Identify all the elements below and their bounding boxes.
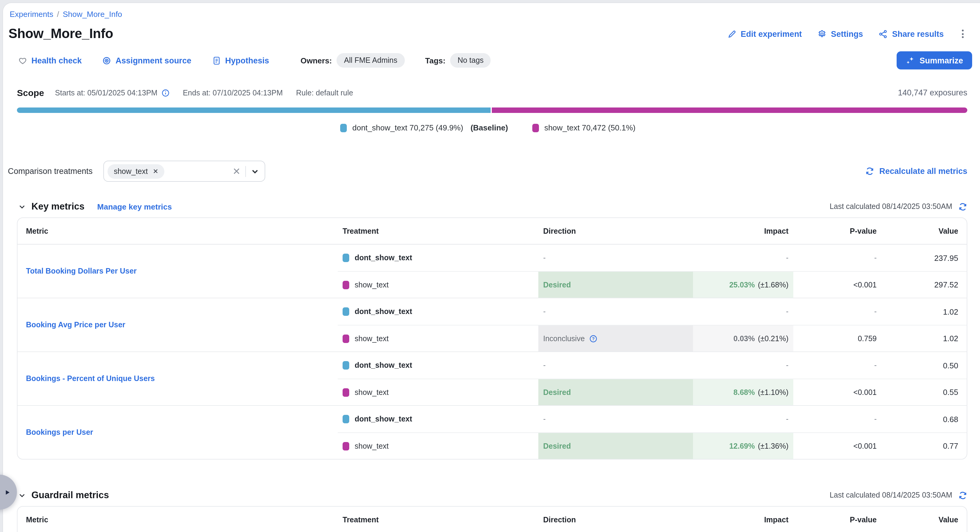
- pvalue-cell: <0.001: [793, 271, 881, 298]
- refresh-icon: [865, 167, 875, 176]
- metric-link[interactable]: Total Booking Dollars Per User: [26, 267, 137, 275]
- document-icon: [212, 56, 221, 65]
- sparkles-icon: [906, 56, 915, 65]
- settings-button[interactable]: Settings: [818, 29, 863, 38]
- experiment-page: Experiments / Show_More_Info Show_More_I…: [3, 3, 980, 532]
- direction-cell: Desired: [538, 271, 693, 298]
- collapse-chevron-icon[interactable]: [18, 203, 26, 210]
- pencil-icon: [727, 29, 737, 38]
- col-treatment: Treatment: [338, 218, 538, 244]
- overflow-menu-button[interactable]: [959, 27, 966, 40]
- share-results-button[interactable]: Share results: [879, 29, 944, 38]
- play-icon: [4, 488, 11, 496]
- title-row: Show_More_Info Edit experiment Settings …: [3, 26, 980, 42]
- scope-row: Scope Starts at: 05/01/2025 04:13PM Ends…: [3, 87, 980, 98]
- share-icon: [879, 29, 888, 38]
- col-treatment: Treatment: [338, 507, 538, 532]
- impact-cell: 8.68%(±1.10%): [693, 379, 793, 405]
- impact-cell: -: [693, 406, 793, 432]
- breadcrumb-experiments[interactable]: Experiments: [10, 10, 54, 19]
- treatment-cell: dont_show_text: [338, 245, 538, 271]
- pvalue-cell: -: [793, 298, 881, 325]
- help-icon[interactable]: ?: [589, 334, 598, 343]
- direction-cell: -: [538, 245, 693, 271]
- direction-cell: Desired: [538, 379, 693, 405]
- treatment-cell: dont_show_text: [338, 352, 538, 379]
- refresh-icon[interactable]: [958, 202, 967, 211]
- impact-cell: -: [693, 298, 793, 325]
- table-header-row: Metric Treatment Direction Impact P-valu…: [18, 218, 967, 244]
- edit-experiment-label: Edit experiment: [741, 29, 802, 38]
- col-impact: Impact: [693, 218, 793, 244]
- col-metric: Metric: [18, 507, 338, 532]
- treatment-cell: show_text: [338, 325, 538, 351]
- metric-group: Bookings - Percent of Unique Users dont_…: [18, 351, 967, 405]
- assignment-source-link[interactable]: Assignment source: [102, 56, 191, 65]
- scope-starts: Starts at: 05/01/2025 04:13PM: [55, 89, 169, 97]
- key-metrics-last-calculated: Last calculated 08/14/2025 03:50AM: [830, 202, 967, 211]
- refresh-icon[interactable]: [958, 491, 967, 500]
- owners-pill[interactable]: All FME Admins: [337, 53, 404, 68]
- comparison-select[interactable]: show_text: [103, 160, 266, 182]
- value-cell: 297.52: [881, 271, 967, 298]
- tags: Tags: No tags: [425, 53, 491, 68]
- pvalue-cell: -: [793, 245, 881, 271]
- gear-icon: [818, 29, 827, 38]
- chevron-down-icon[interactable]: [251, 167, 259, 175]
- breadcrumb-current[interactable]: Show_More_Info: [63, 10, 123, 19]
- teal-swatch: [342, 307, 349, 316]
- direction-cell: Inconclusive ?: [538, 325, 693, 351]
- teal-swatch: [342, 361, 349, 370]
- teal-swatch: [342, 254, 349, 262]
- owners-label: Owners:: [301, 56, 332, 65]
- scope-ends: Ends at: 07/10/2025 04:13PM: [183, 89, 283, 97]
- col-value: Value: [881, 507, 967, 532]
- settings-label: Settings: [831, 29, 863, 38]
- exposures-count: 140,747 exposures: [898, 88, 967, 97]
- health-check-link[interactable]: Health check: [18, 56, 82, 65]
- manage-key-metrics-link[interactable]: Manage key metrics: [97, 202, 172, 211]
- collapse-chevron-icon[interactable]: [18, 491, 26, 499]
- direction-cell: Desired: [538, 432, 693, 459]
- magenta-swatch: [342, 281, 349, 289]
- impact-cell: -: [693, 352, 793, 379]
- key-metrics-title: Key metrics: [32, 201, 84, 212]
- treatment-cell: show_text: [338, 379, 538, 405]
- clear-icon[interactable]: [233, 167, 241, 175]
- comparison-label: Comparison treatments: [8, 167, 93, 176]
- edit-experiment-button[interactable]: Edit experiment: [727, 29, 802, 38]
- value-cell: 1.02: [881, 298, 967, 325]
- tags-pill[interactable]: No tags: [450, 53, 491, 68]
- magenta-swatch: [532, 124, 539, 132]
- col-value: Value: [881, 218, 967, 244]
- scope-title: Scope: [17, 87, 44, 98]
- info-icon[interactable]: [161, 89, 169, 97]
- comparison-row: Comparison treatments show_text Recalcul…: [3, 160, 980, 182]
- col-pvalue: P-value: [793, 218, 881, 244]
- metric-link[interactable]: Bookings - Percent of Unique Users: [26, 375, 155, 383]
- metric-link[interactable]: Bookings per User: [26, 428, 93, 437]
- summarize-button[interactable]: Summarize: [897, 51, 972, 70]
- target-icon: [102, 56, 111, 65]
- owners: Owners: All FME Admins: [301, 53, 404, 68]
- bar-segment-show-text: [492, 108, 967, 113]
- direction-cell: -: [538, 298, 693, 325]
- exposure-split-bar: [17, 108, 967, 113]
- recalculate-all-metrics-button[interactable]: Recalculate all metrics: [865, 167, 967, 176]
- col-direction: Direction: [538, 218, 693, 244]
- teal-swatch: [342, 415, 349, 423]
- key-metrics-table: Metric Treatment Direction Impact P-valu…: [17, 218, 967, 459]
- hypothesis-link[interactable]: Hypothesis: [212, 56, 269, 65]
- page-title: Show_More_Info: [8, 26, 113, 42]
- title-actions: Edit experiment Settings Share results: [727, 27, 966, 40]
- treatment-cell: dont_show_text: [338, 406, 538, 432]
- col-impact: Impact: [693, 507, 793, 532]
- breadcrumb: Experiments / Show_More_Info: [3, 3, 980, 19]
- breadcrumb-separator: /: [57, 10, 59, 19]
- chip-close-icon[interactable]: [153, 168, 158, 174]
- metric-link[interactable]: Booking Avg Price per User: [26, 321, 126, 329]
- col-metric: Metric: [18, 218, 338, 244]
- col-direction: Direction: [538, 507, 693, 532]
- magenta-swatch: [342, 388, 349, 397]
- pvalue-cell: 0.759: [793, 325, 881, 351]
